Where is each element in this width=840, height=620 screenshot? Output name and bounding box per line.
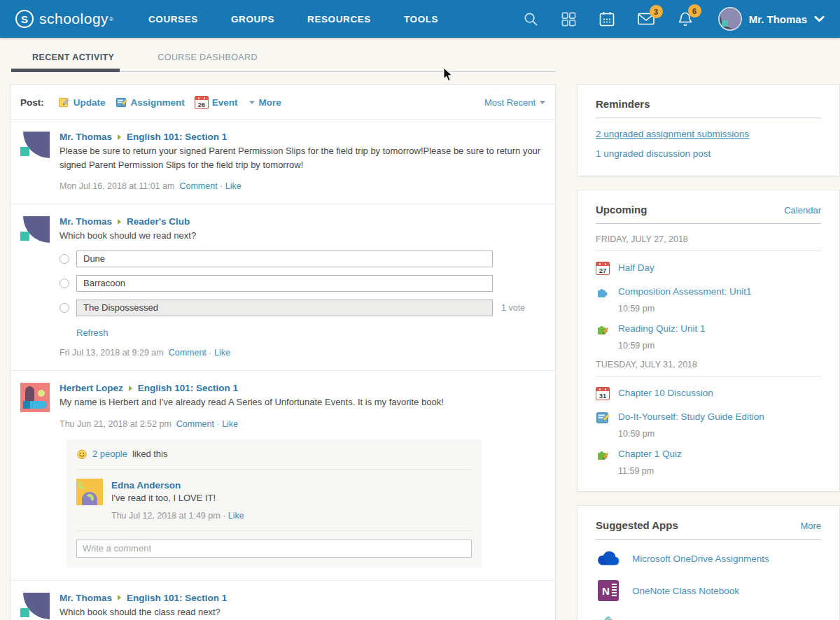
app-grid-icon[interactable] bbox=[561, 11, 577, 27]
upcoming-title: Upcoming bbox=[596, 204, 647, 216]
post-timestamp: Thu Jun 21, 2018 at 2:52 pm bbox=[59, 419, 172, 429]
calendar-icon[interactable] bbox=[598, 10, 615, 27]
nav-groups[interactable]: GROUPS bbox=[231, 14, 274, 24]
event-link[interactable]: Half Day bbox=[618, 262, 654, 275]
calendar-link[interactable]: Calendar bbox=[784, 205, 821, 216]
upcoming-event: Reading Quiz: Unit 1 bbox=[596, 323, 821, 337]
post-audience-link[interactable]: English 101: Section 1 bbox=[127, 593, 227, 603]
tab-course-dashboard[interactable]: COURSE DASHBOARD bbox=[158, 52, 258, 62]
upcoming-event: Composition Assessment: Unit1 bbox=[596, 286, 821, 300]
messages-icon[interactable]: 3 bbox=[637, 11, 655, 27]
app-row: N OneNote Class Notebook bbox=[596, 580, 821, 601]
post-audience-link[interactable]: English 101: Section 1 bbox=[127, 132, 227, 142]
comment-like-link[interactable]: Like bbox=[228, 511, 244, 521]
event-link[interactable]: Reading Quiz: Unit 1 bbox=[618, 323, 706, 336]
user-avatar bbox=[718, 7, 742, 31]
write-comment-input[interactable] bbox=[76, 540, 472, 558]
poll-radio[interactable] bbox=[59, 303, 69, 313]
comment-link[interactable]: Comment bbox=[169, 348, 206, 358]
account-menu[interactable]: Mr. Thomas bbox=[718, 7, 825, 31]
poll-option: Barracoon bbox=[59, 275, 545, 292]
poll-refresh-link[interactable]: Refresh bbox=[76, 327, 108, 338]
post-body: Which book should the class read next? bbox=[59, 605, 545, 619]
smiley-icon bbox=[76, 449, 88, 460]
navbar-utilities: 3 6 Mr. Thomas bbox=[523, 7, 825, 31]
brand-wordmark: schoology bbox=[39, 10, 108, 27]
post-author-link[interactable]: Mr. Thomas bbox=[59, 216, 112, 227]
commenter-name-link[interactable]: Edna Anderson bbox=[111, 480, 181, 491]
divider bbox=[596, 376, 821, 376]
feed-sort-dropdown[interactable]: Most Recent bbox=[484, 97, 545, 108]
event-link[interactable]: Chapter 1 Quiz bbox=[618, 448, 682, 461]
post-author-link[interactable]: Mr. Thomas bbox=[59, 132, 112, 142]
quiz-icon bbox=[596, 323, 610, 337]
app-row: LockDown Browser bbox=[596, 614, 821, 620]
liked-by-link[interactable]: 2 people bbox=[92, 449, 127, 459]
reminder-ungraded-discussion-link[interactable]: 1 ungraded discussion post bbox=[596, 148, 821, 159]
app-link[interactable]: OneNote Class Notebook bbox=[632, 586, 739, 596]
liked-by-suffix: liked this bbox=[132, 449, 168, 459]
commenter-avatar[interactable] bbox=[76, 479, 103, 505]
schoology-logo[interactable]: S schoology ® bbox=[15, 10, 113, 28]
upcoming-event: Chapter 1 Quiz bbox=[596, 448, 821, 462]
feed-post: Mr. Thomas Reader's Club Which book shou… bbox=[10, 204, 555, 370]
notifications-bell-icon[interactable]: 6 bbox=[677, 10, 694, 27]
post-audience-link[interactable]: Reader's Club bbox=[127, 216, 190, 227]
calendar-day-icon: 27 bbox=[596, 262, 610, 275]
comment-link[interactable]: Comment bbox=[176, 419, 214, 429]
app-link[interactable]: Microsoft OneDrive Assignments bbox=[632, 554, 769, 564]
event-calendar-icon: 26 bbox=[195, 96, 209, 109]
poll-radio[interactable] bbox=[59, 254, 69, 264]
post-meta: Thu Jun 21, 2018 at 2:52 pm Comment · Li… bbox=[59, 419, 545, 429]
author-avatar[interactable] bbox=[20, 216, 50, 246]
post-body: My name is Herbert and I've already read… bbox=[59, 395, 545, 409]
poll-radio[interactable] bbox=[59, 279, 69, 288]
upcoming-event: 31 Chapter 10 Discussion bbox=[596, 387, 821, 400]
author-avatar[interactable] bbox=[20, 132, 50, 161]
apps-more-link[interactable]: More bbox=[800, 521, 821, 531]
notifications-badge: 6 bbox=[688, 4, 701, 17]
feed-post: Mr. Thomas English 101: Section 1 Please… bbox=[10, 119, 555, 204]
tab-recent-activity[interactable]: RECENT ACTIVITY bbox=[32, 52, 114, 62]
divider bbox=[596, 118, 821, 118]
author-avatar[interactable] bbox=[20, 383, 50, 412]
audience-caret-icon bbox=[118, 219, 121, 225]
event-link[interactable]: Do-It-Yourself: Study Guide Edition bbox=[618, 411, 764, 424]
post-event-button[interactable]: 26 Event bbox=[195, 96, 238, 109]
like-link[interactable]: Like bbox=[214, 348, 230, 358]
comment-item: Edna Anderson I've read it too, I LOVE I… bbox=[76, 470, 472, 531]
nav-tools[interactable]: TOOLS bbox=[404, 14, 438, 24]
like-link[interactable]: Like bbox=[222, 419, 238, 429]
event-link[interactable]: Composition Assessment: Unit1 bbox=[618, 286, 752, 299]
post-timestamp: Fri Jul 13, 2018 at 9:29 am bbox=[59, 348, 164, 358]
search-icon[interactable] bbox=[523, 11, 539, 27]
audience-caret-icon bbox=[129, 386, 132, 391]
reminders-card: Reminders 2 ungraded assignment submissi… bbox=[577, 84, 840, 176]
nav-courses[interactable]: COURSES bbox=[148, 14, 198, 24]
activity-feed-card: Post: Update Assignment 26 Event More Mo… bbox=[10, 84, 556, 620]
event-link[interactable]: Chapter 10 Discussion bbox=[618, 387, 713, 400]
poll-option-box[interactable]: Barracoon bbox=[76, 275, 493, 292]
post-timestamp: Mon Jul 16, 2018 at 11:01 am bbox=[59, 181, 174, 191]
post-byline: Mr. Thomas English 101: Section 1 bbox=[59, 593, 545, 603]
schoology-s-icon: S bbox=[15, 10, 34, 28]
calendar-day-icon: 31 bbox=[596, 387, 610, 400]
reminder-ungraded-assignments-link[interactable]: 2 ungraded assignment submissions bbox=[596, 129, 821, 139]
author-avatar[interactable] bbox=[20, 593, 50, 620]
poll-option-box[interactable]: Dune bbox=[76, 251, 493, 267]
event-time: 11:59 pm bbox=[618, 466, 821, 476]
post-update-button[interactable]: Update bbox=[58, 97, 106, 108]
feed-post: Mr. Thomas English 101: Section 1 Which … bbox=[10, 580, 555, 620]
nav-resources[interactable]: RESOURCES bbox=[307, 14, 371, 24]
post-audience-link[interactable]: English 101: Section 1 bbox=[138, 383, 238, 393]
post-author-link[interactable]: Herbert Lopez bbox=[59, 383, 123, 393]
more-caret-icon bbox=[249, 101, 255, 104]
post-assignment-button[interactable]: Assignment bbox=[115, 97, 185, 108]
post-more-button[interactable]: More bbox=[259, 97, 281, 108]
post-byline: Mr. Thomas English 101: Section 1 bbox=[59, 132, 545, 142]
like-link[interactable]: Like bbox=[225, 181, 241, 191]
poll-option-box[interactable]: The Dispossessed bbox=[76, 300, 493, 316]
post-author-link[interactable]: Mr. Thomas bbox=[59, 593, 112, 603]
comment-link[interactable]: Comment bbox=[179, 181, 217, 191]
event-time: 10:59 pm bbox=[618, 341, 821, 351]
